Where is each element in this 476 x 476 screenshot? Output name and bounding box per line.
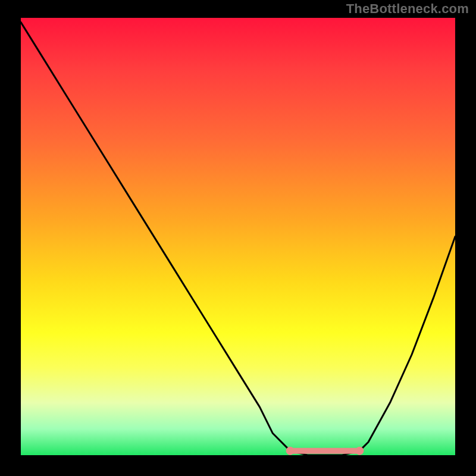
flat-region-endpoint (355, 447, 364, 455)
flat-region-markers (286, 447, 364, 455)
flat-region-endpoint (286, 447, 295, 455)
chart-stage: TheBottleneck.com (0, 0, 476, 476)
watermark-text: TheBottleneck.com (346, 1, 469, 17)
curve-svg (21, 18, 455, 455)
bottleneck-curve-path (21, 22, 455, 455)
plot-area (21, 18, 455, 455)
